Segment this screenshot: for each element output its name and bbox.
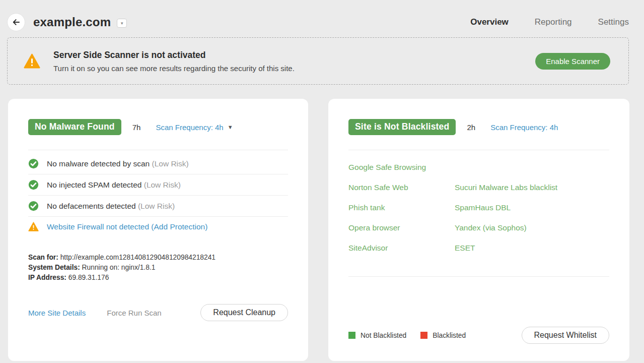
page-title: example.com (33, 15, 111, 29)
blacklist-card-footer: Not Blacklisted Blacklisted Request Whit… (348, 327, 609, 344)
source-row: Phish tank SpamHaus DBL (348, 198, 609, 218)
check-label: No defacements detected (47, 202, 136, 210)
scan-frequency-link[interactable]: Scan Frequency: 4h (490, 123, 558, 132)
firewall-add-protection-link[interactable]: Website Firewall not detected (Add Prote… (47, 222, 207, 231)
request-whitelist-button[interactable]: Request Whitelist (522, 327, 610, 344)
chevron-down-icon: ▼ (120, 21, 124, 26)
banner-text: Server Side Scanner is not activated Tur… (53, 50, 295, 73)
cards-row: No Malware Found 7h Scan Frequency: 4h ▼… (8, 99, 629, 361)
malware-card-header: No Malware Found 7h Scan Frequency: 4h ▼ (28, 119, 288, 135)
check-circle-icon (28, 201, 39, 211)
risk-level: (Low Risk) (152, 159, 189, 168)
check-row-spam: No injected SPAM detected (Low Risk) (28, 174, 288, 195)
scan-details: Scan for: http://example.com128140812904… (28, 253, 288, 283)
warning-triangle-icon (28, 222, 39, 231)
warning-triangle-icon (24, 53, 40, 69)
banner-subtitle: Turn it on so you can see more results r… (53, 64, 295, 73)
source-row: Opera browser Yandex (via Sophos) (348, 218, 609, 238)
scan-checks-list: No malware detected by scan (Low Risk) N… (28, 153, 288, 236)
check-row-firewall: Website Firewall not detected (Add Prote… (28, 216, 288, 236)
blacklist-status-badge: Site is Not Blacklisted (348, 119, 456, 135)
divider (28, 150, 288, 150)
check-label: No injected SPAM detected (47, 180, 141, 189)
top-nav: Overview Reporting Settings (470, 17, 629, 27)
check-circle-icon (28, 179, 39, 190)
malware-scan-card: No Malware Found 7h Scan Frequency: 4h ▼… (8, 99, 308, 361)
scanner-warning-banner: Server Side Scanner is not activated Tur… (7, 37, 629, 85)
malware-status-badge: No Malware Found (28, 119, 121, 135)
legend-label-not-blacklisted: Not Blacklisted (361, 332, 406, 339)
blacklisted-swatch (420, 332, 427, 339)
back-arrow-icon (12, 18, 21, 27)
source-phish-tank[interactable]: Phish tank (348, 198, 455, 218)
detail-value: Running on: nginx/1.8.1 (82, 264, 156, 271)
tab-overview[interactable]: Overview (470, 17, 509, 27)
not-blacklisted-swatch (348, 332, 355, 339)
detail-value: 69.89.31.176 (68, 274, 109, 281)
source-sucuri-malware-labs[interactable]: Sucuri Malware Labs blacklist (455, 177, 557, 198)
check-row-malware: No malware detected by scan (Low Risk) (28, 153, 288, 174)
source-yandex[interactable]: Yandex (via Sophos) (455, 218, 527, 238)
site-switcher-dropdown[interactable]: ▼ (117, 19, 127, 28)
enable-scanner-button[interactable]: Enable Scanner (535, 53, 610, 70)
blacklist-card: Site is Not Blacklisted 2h Scan Frequenc… (328, 99, 629, 361)
check-label: No malware detected by scan (47, 159, 150, 168)
source-row: Google Safe Browsing (348, 157, 609, 177)
request-cleanup-button[interactable]: Request Cleanup (200, 304, 288, 321)
detail-label: IP Address: (28, 274, 66, 281)
header: example.com ▼ Overview Reporting Setting… (0, 0, 644, 33)
blacklist-card-header: Site is Not Blacklisted 2h Scan Frequenc… (348, 119, 609, 135)
source-siteadvisor[interactable]: SiteAdvisor (348, 238, 455, 258)
banner-title: Server Side Scanner is not activated (53, 50, 295, 60)
risk-level: (Low Risk) (138, 202, 175, 210)
source-row: SiteAdvisor ESET (348, 238, 609, 258)
last-scan-time: 2h (467, 123, 475, 132)
last-scan-time: 7h (132, 123, 141, 132)
source-row: Norton Safe Web Sucuri Malware Labs blac… (348, 177, 609, 198)
source-eset[interactable]: ESET (455, 238, 475, 258)
ip-address-line: IP Address: 69.89.31.176 (28, 273, 288, 283)
check-circle-icon (28, 158, 39, 169)
source-google-safe-browsing[interactable]: Google Safe Browsing (348, 157, 455, 177)
detail-value: http://example.com1281408129048120984218… (60, 254, 216, 261)
detail-label: System Details: (28, 264, 80, 271)
malware-card-footer: More Site Details Force Run Scan Request… (28, 304, 288, 321)
chevron-down-icon[interactable]: ▼ (228, 124, 233, 130)
source-spamhaus-dbl[interactable]: SpamHaus DBL (455, 198, 511, 218)
risk-level: (Low Risk) (144, 180, 181, 189)
divider (348, 276, 609, 277)
force-run-scan-link[interactable]: Force Run Scan (107, 309, 161, 317)
source-opera-browser[interactable]: Opera browser (348, 218, 455, 238)
tab-reporting[interactable]: Reporting (535, 17, 572, 27)
tab-settings[interactable]: Settings (598, 17, 629, 27)
divider (348, 150, 609, 150)
blacklist-sources: Google Safe Browsing Norton Safe Web Suc… (348, 157, 609, 258)
system-details-line: System Details: Running on: nginx/1.8.1 (28, 263, 288, 273)
detail-label: Scan for: (28, 254, 58, 261)
source-norton-safe-web[interactable]: Norton Safe Web (348, 177, 455, 198)
more-site-details-link[interactable]: More Site Details (28, 309, 86, 317)
scan-frequency-link[interactable]: Scan Frequency: 4h (156, 123, 223, 132)
back-button[interactable] (7, 13, 25, 31)
legend-label-blacklisted: Blacklisted (433, 332, 466, 339)
scan-for-line: Scan for: http://example.com128140812904… (28, 253, 288, 263)
blacklist-legend: Not Blacklisted Blacklisted (348, 332, 475, 339)
check-row-defacement: No defacements detected (Low Risk) (28, 195, 288, 216)
